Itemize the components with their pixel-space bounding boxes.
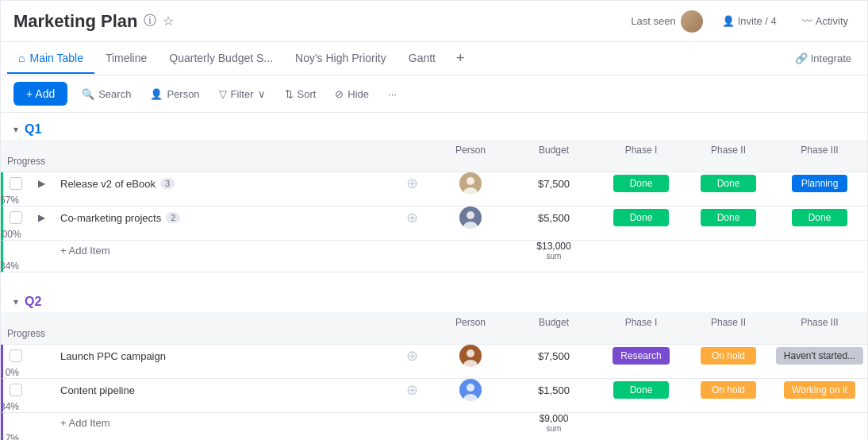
row-checkbox[interactable] [3, 177, 29, 190]
row-checkbox[interactable] [3, 349, 29, 362]
table-row: ▶ Release v2 of eBook 3 ⊕ $7,500 Done Do… [1, 172, 867, 206]
checkbox-input[interactable] [10, 177, 22, 190]
hide-icon: ⊘ [335, 88, 344, 100]
row-phase3-cell: Working on it [772, 381, 867, 399]
row-budget-cell: $7,500 [510, 350, 597, 362]
q2-add-item-button[interactable]: + Add Item [54, 417, 393, 429]
activity-button[interactable]: 〰 Activity [796, 12, 855, 30]
row-name-cell: Release v2 of eBook 3 [54, 178, 393, 190]
row-add-icon[interactable]: ⊕ [393, 347, 431, 365]
row-phase1-cell: Done [597, 209, 685, 226]
header-right: Last seen 👤 Invite / 4 〰 Activity [631, 10, 855, 33]
phase2-badge: Done [701, 209, 756, 226]
phase2-badge: Done [701, 175, 756, 192]
group-q1: ▾ Q1 Person Budget Phase I Phase II Phas… [1, 113, 867, 272]
q1-add-item-row: + Add Item $13,000 sum 84% [1, 241, 867, 272]
row-progress-cell: 67% [3, 195, 29, 206]
phase2-badge: On hold [701, 347, 756, 365]
sum-progress-pct: 17% [0, 433, 19, 440]
table-row: Content pipeline ⊕ $1,500 Done On hold W… [1, 379, 867, 413]
row-add-icon[interactable]: ⊕ [393, 381, 431, 399]
svg-point-4 [467, 211, 474, 219]
tab-add-button[interactable]: + [447, 42, 474, 75]
add-button[interactable]: + Add [13, 82, 67, 106]
tab-quarterly-budget[interactable]: Quarterly Budget S... [158, 44, 284, 74]
search-button[interactable]: 🔍 Search [74, 83, 139, 105]
row-checkbox[interactable] [3, 211, 29, 224]
q2-col-phase2-header: Phase II [685, 317, 772, 328]
more-button[interactable]: ··· [380, 83, 405, 105]
svg-point-1 [467, 177, 474, 185]
checkbox-input[interactable] [10, 211, 22, 224]
q2-col-phase1-header: Phase I [597, 317, 685, 328]
row-progress-cell: 34% [3, 401, 29, 412]
table-row: Launch PPC campaign ⊕ $7,500 Research On… [1, 345, 867, 379]
invite-button[interactable]: 👤 Invite / 4 [716, 12, 783, 30]
row-phase2-cell: Done [685, 209, 772, 226]
phase1-badge: Done [613, 209, 669, 226]
progress-pct: 100% [0, 229, 19, 240]
progress-pct: 34% [0, 401, 19, 412]
q1-chevron-icon[interactable]: ▾ [13, 124, 18, 135]
hide-button[interactable]: ⊘ Hide [327, 83, 377, 105]
row-expand-icon[interactable]: ▶ [29, 212, 54, 223]
tab-timeline[interactable]: Timeline [94, 44, 158, 74]
row-phase3-cell: Haven't started... [772, 347, 867, 365]
row-name-text: Co-marketing projects [60, 212, 161, 224]
row-person-cell [431, 345, 510, 367]
row-progress-cell: 0% [3, 367, 29, 378]
phase2-badge: On hold [701, 381, 756, 399]
row-name-text: Release v2 of eBook [60, 178, 156, 190]
filter-button[interactable]: ▽ Filter ∨ [211, 83, 274, 105]
phase3-badge: Planning [792, 175, 847, 192]
row-phase2-cell: Done [685, 175, 772, 192]
row-phase3-cell: Done [772, 209, 867, 226]
row-budget-cell: $7,500 [510, 178, 597, 190]
phase1-badge: Done [613, 381, 669, 399]
info-icon[interactable]: ⓘ [144, 13, 156, 29]
tab-noy-high-priority[interactable]: Noy's High Priority [284, 44, 398, 74]
row-name-text: Launch PPC campaign [60, 350, 166, 362]
integrate-icon: 🔗 [795, 52, 808, 64]
integrate-button[interactable]: 🔗 Integrate [785, 46, 861, 71]
q1-sum-progress: 84% [3, 261, 29, 272]
person-avatar [459, 206, 482, 229]
tab-main-table[interactable]: ⌂ Main Table [7, 44, 94, 74]
q1-sum-budget: $13,000 sum [510, 241, 597, 261]
q1-add-item-button[interactable]: + Add Item [54, 245, 393, 257]
q2-chevron-icon[interactable]: ▾ [13, 296, 18, 307]
person-button[interactable]: 👤 Person [142, 83, 207, 105]
q1-col-person-header: Person [431, 145, 510, 156]
group-spacer [1, 272, 867, 285]
phase3-badge: Haven't started... [776, 347, 863, 365]
sort-button[interactable]: ⇅ Sort [277, 83, 325, 105]
person-avatar [459, 379, 482, 401]
group-q2-header: ▾ Q2 [1, 285, 867, 312]
group-q1-label[interactable]: Q1 [25, 122, 41, 137]
row-expand-icon[interactable]: ▶ [29, 178, 54, 189]
phase1-badge: Research [613, 347, 669, 365]
hide-label: Hide [348, 88, 369, 100]
last-seen-label: Last seen [631, 15, 675, 27]
row-add-icon[interactable]: ⊕ [393, 175, 431, 192]
star-icon[interactable]: ☆ [163, 14, 174, 29]
activity-label: Activity [816, 15, 848, 27]
activity-icon: 〰 [802, 15, 812, 27]
group-q2-label[interactable]: Q2 [25, 295, 41, 309]
sum-progress-pct: 84% [0, 261, 19, 272]
checkbox-input[interactable] [10, 349, 22, 362]
row-name-text: Content pipeline [60, 384, 135, 396]
integrate-label: Integrate [811, 52, 851, 64]
row-budget-cell: $1,500 [510, 384, 597, 396]
row-add-icon[interactable]: ⊕ [393, 209, 431, 226]
tab-gantt[interactable]: Gantt [398, 44, 447, 74]
q2-col-budget-header: Budget [510, 317, 597, 328]
checkbox-input[interactable] [10, 384, 22, 396]
app-container: Marketing Plan ⓘ ☆ Last seen 👤 Invite / … [0, 0, 868, 440]
row-phase2-cell: On hold [685, 381, 772, 399]
q2-add-item-row: + Add Item $9,000 sum 17% [1, 413, 867, 440]
svg-point-10 [467, 384, 474, 392]
content: ▾ Q1 Person Budget Phase I Phase II Phas… [1, 113, 867, 440]
group-q2: ▾ Q2 Person Budget Phase I Phase II Phas… [1, 285, 867, 440]
row-checkbox[interactable] [3, 384, 29, 396]
